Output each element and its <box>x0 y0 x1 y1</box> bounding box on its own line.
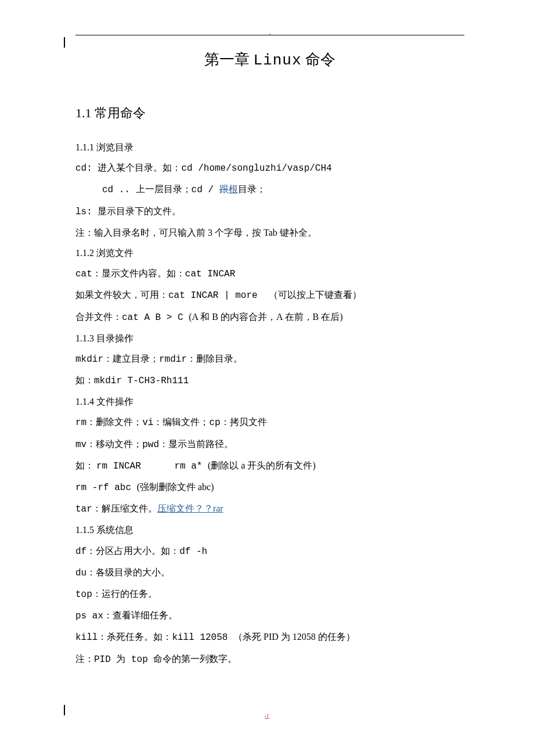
line-pid-note: 注：PID 为 top 命令的第一列数字。 <box>75 649 464 670</box>
cmd-ls: ls: <box>75 207 98 217</box>
cmd-du: du： <box>75 568 96 578</box>
text: (删除以 a 开头的所有文件) <box>208 460 316 470</box>
cmd-vi: vi： <box>142 417 163 428</box>
header-rule: . <box>75 35 464 35</box>
page-number: 1 <box>266 712 269 719</box>
cmd-cd-root: cd / <box>192 185 219 195</box>
cmd-cat: cat： <box>75 269 102 279</box>
line-mv-pwd: mv：移动文件；pwd：显示当前路径。 <box>75 434 464 455</box>
cmd-cat-more: cat INCAR | more <box>168 290 269 301</box>
line-ls: ls: 显示目录下的文件。 <box>75 201 464 222</box>
subhead-1-1-1: 1.1.1 浏览目录 <box>75 137 464 157</box>
text: （可以按上下键查看） <box>269 290 362 300</box>
line-cd-up: cd .. 上一层目录；cd / 跟根目录； <box>75 179 464 200</box>
cmd-cd-up: cd .. <box>102 185 136 195</box>
text: 进入某个目录。如： <box>98 163 181 172</box>
page-content: . 第一章 Linux 命令 1.1 常用命令 1.1.1 浏览目录 cd: 进… <box>75 35 464 670</box>
text: (强制删除文件 abc) <box>137 482 214 492</box>
chapter-title: 第一章 Linux 命令 <box>75 49 464 70</box>
text: 显示目录下的文件。 <box>98 206 181 216</box>
text: (A 和 B 的内容合并，A 在前，B 在后) <box>189 312 342 322</box>
text: 显示当前路径。 <box>168 439 233 449</box>
line-cat: cat：显示文件内容。如：cat INCAR <box>75 263 464 285</box>
cmd-mkdir-ex: mkdir T-CH3-Rh111 <box>94 376 189 386</box>
title-suffix: 命令 <box>302 51 336 68</box>
text: 删除文件； <box>96 417 142 427</box>
text: 查看详细任务。 <box>113 610 178 620</box>
text: 运行的任务。 <box>102 589 157 599</box>
page-footer: .1 <box>0 712 534 719</box>
annotation-rar: 压缩文件？？rar <box>157 503 223 513</box>
cmd-cd: cd: <box>75 163 98 174</box>
title-mono: Linux <box>253 52 301 69</box>
num: 3 <box>205 228 215 237</box>
cursor-mark-bottom <box>64 705 65 715</box>
line-rm-vi-cp: rm：删除文件；vi：编辑文件；cp：拷贝文件 <box>75 412 464 433</box>
text: 注： <box>75 654 94 664</box>
line-rm-rf: rm -rf abc (强制删除文件 abc) <box>75 477 464 498</box>
cmd-rmdir: rmdir： <box>159 354 196 365</box>
text: 解压缩文件。 <box>102 503 157 513</box>
cmd-cp: cp： <box>209 417 229 428</box>
text: 如： <box>75 460 96 470</box>
inserted-text: 根 <box>229 184 238 194</box>
strike-text: 跟 <box>219 184 229 194</box>
subhead-1-1-5: 1.1.5 系统信息 <box>75 520 464 540</box>
text: 拷贝文件 <box>230 417 267 427</box>
text: 各级目录的大小。 <box>96 567 170 577</box>
cmd-df-h: df -h <box>179 546 207 557</box>
cmd-mv: mv： <box>75 440 96 450</box>
line-kill: kill：杀死任务。如：kill 12058 （杀死 PID 为 12058 的… <box>75 627 464 648</box>
text: 键补全。 <box>280 228 317 237</box>
cmd-mkdir: mkdir： <box>75 354 113 365</box>
text: 显示文件内容。如： <box>102 268 185 278</box>
subhead-1-1-2: 1.1.2 浏览文件 <box>75 243 464 263</box>
text: 如果文件较大，可用： <box>75 290 168 300</box>
text: 命令的第一列数字。 <box>153 654 237 664</box>
text: 个字母，按 <box>215 228 261 237</box>
header-dot: . <box>269 29 270 35</box>
line-df: df：分区占用大小。如：df -h <box>75 541 464 562</box>
text: 如： <box>75 375 94 385</box>
cmd-rm: rm： <box>75 417 96 428</box>
line-du: du：各级目录的大小。 <box>75 562 464 584</box>
text: （杀死 PID 为 12058 的任务） <box>233 632 355 642</box>
line-mkdir-ex: 如：mkdir T-CH3-Rh111 <box>75 370 464 391</box>
text: 杀死任务。如： <box>107 632 172 642</box>
title-prefix: 第一章 <box>204 51 254 68</box>
text: 移动文件； <box>96 439 142 449</box>
text: 删除目录。 <box>196 354 243 363</box>
line-rm-ex: 如： rm INCAR rm a* (删除以 a 开头的所有文件) <box>75 455 464 477</box>
line-cd: cd: 进入某个目录。如：cd /home/songluzhi/vasp/CH4 <box>75 157 464 179</box>
cmd-kill: kill： <box>75 632 107 643</box>
line-mkdir: mkdir：建立目录；rmdir：删除目录。 <box>75 348 464 370</box>
line-tar: tar：解压缩文件。压缩文件？？rar <box>75 498 464 520</box>
cmd-top-ref: top <box>125 654 153 665</box>
cursor-mark-top <box>64 37 65 48</box>
section-heading: 1.1 常用命令 <box>75 105 464 122</box>
cmd-rm-ex: rm INCAR rm a* <box>96 461 208 471</box>
cmd-rm-rf: rm -rf abc <box>75 483 137 493</box>
tab-key: Tab <box>261 228 280 237</box>
cmd-cat-merge: cat A B > C <box>122 312 189 323</box>
pid: PID <box>94 654 116 665</box>
line-cat-merge: 合并文件：cat A B > C (A 和 B 的内容合并，A 在前，B 在后) <box>75 307 464 328</box>
text: 注：输入目录名时，可只输入前 <box>75 228 205 237</box>
text: 为 <box>116 654 125 664</box>
line-note-tab: 注：输入目录名时，可只输入前 3 个字母，按 Tab 键补全。 <box>75 222 464 243</box>
subhead-1-1-4: 1.1.4 文件操作 <box>75 391 464 412</box>
cmd-pwd: pwd： <box>142 440 168 450</box>
cmd-df: df： <box>75 546 96 557</box>
cmd-ps: ps ax： <box>75 611 113 621</box>
text: 合并文件： <box>75 312 122 322</box>
cmd-path: cd /home/songluzhi/vasp/CH4 <box>181 163 331 174</box>
text: 上一层目录； <box>136 184 192 194</box>
text: 目录； <box>238 184 266 194</box>
text: 编辑文件； <box>163 417 209 427</box>
subhead-1-1-3: 1.1.3 目录操作 <box>75 328 464 348</box>
text: 建立目录； <box>113 354 159 363</box>
cmd-kill-ex: kill 12058 <box>172 632 233 643</box>
line-top: top：运行的任务。 <box>75 584 464 605</box>
line-cat-more: 如果文件较大，可用：cat INCAR | more （可以按上下键查看） <box>75 285 464 306</box>
text: 分区占用大小。如： <box>96 546 179 556</box>
